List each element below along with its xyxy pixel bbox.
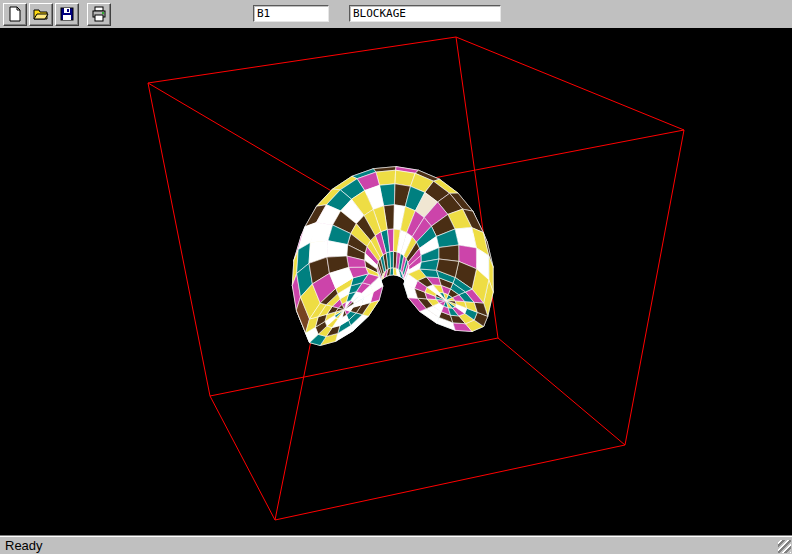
status-bar: Ready [0, 535, 792, 554]
new-button[interactable] [3, 3, 27, 26]
block-id-field[interactable] [253, 5, 329, 22]
block-name-field[interactable] [349, 5, 501, 22]
new-document-icon [7, 6, 23, 22]
print-button[interactable] [87, 3, 111, 26]
save-floppy-icon [59, 6, 75, 22]
application-window: { "window": { "background": "#c0c0c0" },… [0, 0, 792, 554]
3d-viewport[interactable] [0, 28, 792, 535]
save-button[interactable] [55, 3, 79, 26]
open-folder-icon [33, 6, 49, 22]
status-text: Ready [5, 538, 43, 553]
print-icon [91, 6, 107, 22]
toolbar [0, 0, 792, 28]
3d-scene [0, 28, 792, 535]
open-button[interactable] [29, 3, 53, 26]
resize-grip[interactable] [778, 540, 791, 553]
